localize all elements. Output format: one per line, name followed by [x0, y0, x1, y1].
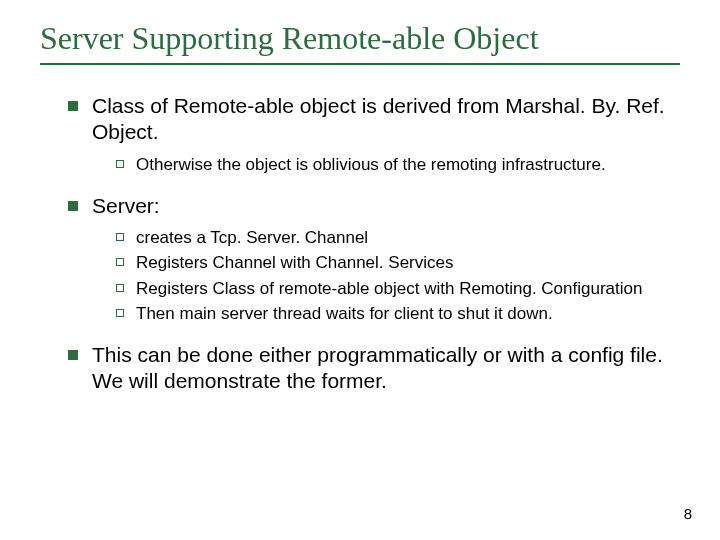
- hollow-square-bullet-icon: [116, 233, 124, 241]
- sub-bullet-list: Otherwise the object is oblivious of the…: [116, 154, 680, 175]
- sub-bullet-item: Otherwise the object is oblivious of the…: [116, 154, 680, 175]
- square-bullet-icon: [68, 201, 78, 211]
- hollow-square-bullet-icon: [116, 309, 124, 317]
- hollow-square-bullet-icon: [116, 284, 124, 292]
- sub-bullet-item: Then main server thread waits for client…: [116, 303, 680, 324]
- slide-content: Class of Remote-able object is derived f…: [40, 93, 680, 395]
- bullet-item: This can be done either programmatically…: [68, 342, 680, 395]
- page-number: 8: [684, 505, 692, 522]
- sub-bullet-item: Registers Class of remote-able object wi…: [116, 278, 680, 299]
- hollow-square-bullet-icon: [116, 258, 124, 266]
- square-bullet-icon: [68, 350, 78, 360]
- sub-bullet-text: Registers Class of remote-able object wi…: [136, 278, 680, 299]
- sub-bullet-text: creates a Tcp. Server. Channel: [136, 227, 680, 248]
- bullet-text: This can be done either programmatically…: [92, 342, 680, 395]
- sub-bullet-item: creates a Tcp. Server. Channel: [116, 227, 680, 248]
- sub-bullet-text: Then main server thread waits for client…: [136, 303, 680, 324]
- slide-title: Server Supporting Remote-able Object: [40, 20, 680, 57]
- bullet-text: Server:: [92, 193, 680, 219]
- hollow-square-bullet-icon: [116, 160, 124, 168]
- sub-bullet-item: Registers Channel with Channel. Services: [116, 252, 680, 273]
- bullet-text: Class of Remote-able object is derived f…: [92, 93, 680, 146]
- bullet-item: Class of Remote-able object is derived f…: [68, 93, 680, 146]
- sub-bullet-list: creates a Tcp. Server. Channel Registers…: [116, 227, 680, 324]
- sub-bullet-text: Otherwise the object is oblivious of the…: [136, 154, 680, 175]
- title-underline: [40, 63, 680, 65]
- square-bullet-icon: [68, 101, 78, 111]
- sub-bullet-text: Registers Channel with Channel. Services: [136, 252, 680, 273]
- slide: Server Supporting Remote-able Object Cla…: [0, 0, 720, 540]
- bullet-item: Server:: [68, 193, 680, 219]
